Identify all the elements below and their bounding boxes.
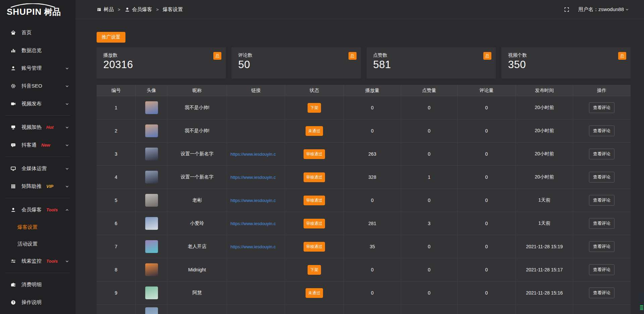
view-comments-button[interactable]: 查看评论 <box>589 287 614 298</box>
breadcrumb-separator: > <box>156 7 159 12</box>
logo-text-en: SHUPIN <box>7 7 42 17</box>
like-count: 0 <box>401 119 458 142</box>
username[interactable]: 用户名：zswodun88 <box>578 6 624 13</box>
breadcrumb-label: 爆客设置 <box>163 6 183 13</box>
like-count: 0 <box>401 258 458 281</box>
link-cell: https://www.iesdouyin.c <box>227 143 285 165</box>
sidebar-item-11[interactable]: 消费明细 <box>0 276 75 294</box>
sidebar: SHUPIN 树品 首页数据总览账号管理抖音SEO视频发布视频加热Hot抖客通N… <box>0 0 75 314</box>
sidebar-subitem-9-1[interactable]: 活动设置 <box>0 235 75 252</box>
link-cell: https://www.iesdouyin.c <box>227 189 285 212</box>
play-count <box>344 305 401 314</box>
floating-widget[interactable] <box>639 292 644 312</box>
logo-text-cn: 树品 <box>44 6 61 17</box>
column-header-4: 状态 <box>285 85 344 96</box>
sidebar-item-9[interactable]: 会员爆客Tools <box>0 201 75 219</box>
link-cell <box>227 305 285 314</box>
sidebar-item-12[interactable]: 操作说明 <box>0 294 75 311</box>
sidebar-item-5[interactable]: 视频加热Hot <box>0 118 75 136</box>
link-cell: https://www.iesdouyin.c <box>227 166 285 189</box>
status-badge: 审核通过 <box>304 242 325 252</box>
sidebar-subitem-9-0[interactable]: 爆客设置 <box>0 219 75 235</box>
sidebar-item-4[interactable]: 视频发布 <box>0 95 75 113</box>
video-link[interactable]: https://www.iesdouyin.c <box>230 244 276 249</box>
sidebar-item-2[interactable]: 账号管理 <box>0 59 75 77</box>
view-comments-button[interactable]: 查看评论 <box>589 218 614 229</box>
sidebar-divider <box>5 157 70 157</box>
topbar: 树品>会员爆客>爆客设置 用户名：zswodun88 <box>75 0 644 19</box>
sidebar-item-8[interactable]: 矩阵助推VIP <box>0 177 75 195</box>
video-link[interactable]: https://www.iesdouyin.c <box>230 152 276 157</box>
sidebar-item-label: 数据总览 <box>21 47 42 54</box>
avatar-cell <box>136 212 167 235</box>
play-count: 328 <box>344 166 401 189</box>
status-cell: 未通过 <box>285 281 344 304</box>
sidebar-divider <box>5 115 70 116</box>
avatar-cell <box>136 258 167 281</box>
video-link[interactable]: https://www.iesdouyin.c <box>230 221 276 226</box>
table-row <box>97 304 631 314</box>
nickname: 我不是小帅! <box>167 96 227 119</box>
view-comments-button[interactable]: 查看评论 <box>589 172 614 182</box>
home-icon <box>10 30 16 36</box>
sidebar-item-label: 线索监控 <box>21 258 42 264</box>
sidebar-item-6[interactable]: 抖客通New <box>0 136 75 154</box>
play-count: 0 <box>344 281 401 304</box>
stat-card-value: 20316 <box>103 59 219 71</box>
publish-time: 1天前 <box>516 212 573 235</box>
stat-card-2: 点赞数581总 <box>367 47 496 78</box>
status-cell: 下架 <box>285 96 344 119</box>
publish-time: 20小时前 <box>516 96 573 119</box>
floating-widget-bars <box>640 305 643 310</box>
fullscreen-icon[interactable] <box>564 7 570 12</box>
avatar-cell <box>136 189 167 212</box>
avatar <box>145 101 158 114</box>
breadcrumb-item-1[interactable]: 会员爆客 <box>124 6 152 13</box>
sidebar-item-7[interactable]: 全媒体运营 <box>0 160 75 177</box>
monitor-icon <box>10 165 16 172</box>
avatar-cell <box>136 143 167 165</box>
breadcrumb-item-0[interactable]: 树品 <box>97 6 114 13</box>
view-comments-button[interactable]: 查看评论 <box>589 149 614 159</box>
sidebar-item-3[interactable]: 抖音SEO <box>0 77 75 95</box>
view-comments-button[interactable]: 查看评论 <box>589 102 614 113</box>
bar-chart-icon <box>10 47 16 54</box>
board-icon <box>10 124 16 130</box>
promo-settings-button[interactable]: 推广设置 <box>97 32 125 43</box>
breadcrumb: 树品>会员爆客>爆客设置 <box>97 6 183 13</box>
nickname <box>167 305 227 314</box>
avatar <box>145 286 158 299</box>
view-comments-button[interactable]: 查看评论 <box>589 241 614 252</box>
publish-time: 1天前 <box>516 189 573 212</box>
sidebar-item-10[interactable]: 线索监控Tools <box>0 252 75 270</box>
avatar <box>145 148 158 160</box>
stat-card-label: 点赞数 <box>373 52 489 58</box>
status-badge: 下架 <box>308 103 321 113</box>
nickname: 老人开店 <box>167 235 227 258</box>
breadcrumb-item-2[interactable]: 爆客设置 <box>163 6 183 13</box>
like-count <box>401 305 458 314</box>
link-cell <box>227 119 285 142</box>
column-header-2: 昵称 <box>167 85 227 96</box>
row-number: 7 <box>97 235 136 258</box>
status-badge: 未通过 <box>306 126 323 136</box>
sidebar-item-0[interactable]: 首页 <box>0 24 75 42</box>
total-badge: 总 <box>483 52 491 60</box>
video-link[interactable]: https://www.iesdouyin.c <box>230 198 276 203</box>
view-comments-button[interactable]: 查看评论 <box>589 125 614 136</box>
sidebar-item-1[interactable]: 数据总览 <box>0 42 75 59</box>
breadcrumb-label: 树品 <box>104 6 114 13</box>
avatar-cell <box>136 305 167 314</box>
video-link[interactable]: https://www.iesdouyin.c <box>230 175 276 180</box>
stat-card-value: 50 <box>238 59 354 71</box>
view-comments-button[interactable]: 查看评论 <box>589 264 614 275</box>
nickname: 设置一个新名字 <box>167 166 227 189</box>
like-count: 3 <box>401 212 458 235</box>
sidebar-divider <box>5 198 70 198</box>
row-number: 1 <box>97 96 136 119</box>
view-comments-button[interactable]: 查看评论 <box>589 195 614 206</box>
play-count: 263 <box>344 143 401 165</box>
play-count: 281 <box>344 212 401 235</box>
like-count: 0 <box>401 96 458 119</box>
user-icon <box>10 207 16 213</box>
